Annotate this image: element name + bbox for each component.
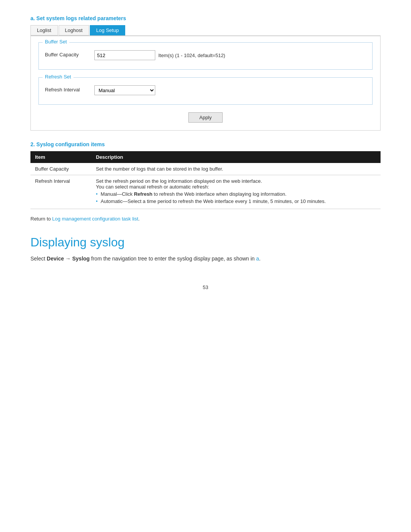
row-item-desc: Set the number of logs that can be store… — [91, 163, 381, 175]
col-item: Item — [30, 151, 91, 163]
table-row: Buffer Capacity Set the number of logs t… — [30, 163, 381, 175]
list-item: Automatic—Select a time period to refres… — [96, 198, 376, 204]
section-a-heading: a. Set system logs related parameters — [30, 15, 381, 21]
page-number: 53 — [30, 284, 381, 290]
table-row: Refresh Interval Set the refresh period … — [30, 175, 381, 209]
buffer-set-legend: Buffer Set — [43, 39, 69, 45]
row-item-label: Refresh Interval — [30, 175, 91, 209]
row-item-label: Buffer Capacity — [30, 163, 91, 175]
return-link-suffix: . — [138, 216, 140, 222]
body-paragraph: Select Device → Syslog from the navigati… — [30, 256, 381, 262]
body-text-suffix: . — [259, 256, 261, 262]
refresh-interval-controls: Manual 1 Minute 5 Minutes 10 Minutes — [94, 85, 155, 95]
body-text-link[interactable]: a — [256, 256, 259, 262]
return-link-prefix: Return to — [30, 216, 52, 222]
refresh-interval-desc-text2: You can select manual refresh or automat… — [96, 184, 209, 190]
return-link-anchor[interactable]: Log management configuration task list — [52, 216, 138, 222]
refresh-set-legend: Refresh Set — [43, 74, 73, 80]
bullet-manual: Manual—Click Refresh to refresh the Web … — [101, 191, 287, 197]
table-header-row: Item Description — [30, 151, 381, 163]
page-heading: Displaying syslog — [30, 235, 381, 249]
tab-loglist[interactable]: Loglist — [30, 25, 58, 35]
tab-bar: Loglist Loghost Log Setup — [30, 25, 381, 36]
section-2-heading: 2. Syslog configuration items — [30, 141, 381, 147]
tab-log-setup[interactable]: Log Setup — [90, 25, 125, 35]
apply-button[interactable]: Apply — [188, 112, 223, 123]
log-setup-panel: Buffer Set Buffer Capacity Item(s) (1 - … — [30, 36, 381, 131]
buffer-capacity-row: Buffer Capacity Item(s) (1 - 1024, defau… — [45, 50, 366, 60]
buffer-set-group: Buffer Set Buffer Capacity Item(s) (1 - … — [38, 42, 373, 70]
buffer-capacity-input[interactable] — [94, 50, 155, 60]
refresh-set-group: Refresh Set Refresh Interval Manual 1 Mi… — [38, 77, 373, 105]
buffer-capacity-hint: Item(s) (1 - 1024, default=512) — [158, 53, 225, 58]
buffer-capacity-controls: Item(s) (1 - 1024, default=512) — [94, 50, 225, 60]
refresh-interval-desc-text: Set the refresh period on the log inform… — [96, 178, 262, 184]
list-item: Manual—Click Refresh to refresh the Web … — [96, 191, 376, 197]
refresh-interval-label: Refresh Interval — [45, 85, 94, 93]
row-item-desc: Set the refresh period on the log inform… — [91, 175, 381, 209]
buffer-capacity-label: Buffer Capacity — [45, 50, 94, 58]
refresh-interval-bullets: Manual—Click Refresh to refresh the Web … — [96, 191, 376, 204]
apply-button-container: Apply — [38, 112, 373, 123]
buffer-capacity-desc-text: Set the number of logs that can be store… — [96, 166, 223, 172]
refresh-interval-row: Refresh Interval Manual 1 Minute 5 Minut… — [45, 85, 366, 95]
refresh-interval-select[interactable]: Manual 1 Minute 5 Minutes 10 Minutes — [94, 85, 155, 95]
return-link-container: Return to Log management configuration t… — [30, 216, 381, 222]
col-description: Description — [91, 151, 381, 163]
config-table: Item Description Buffer Capacity Set the… — [30, 151, 381, 209]
body-text-prefix: Select Device → Syslog from the navigati… — [30, 256, 256, 262]
tab-loghost[interactable]: Loghost — [59, 25, 89, 35]
bullet-automatic: Automatic—Select a time period to refres… — [101, 198, 326, 204]
